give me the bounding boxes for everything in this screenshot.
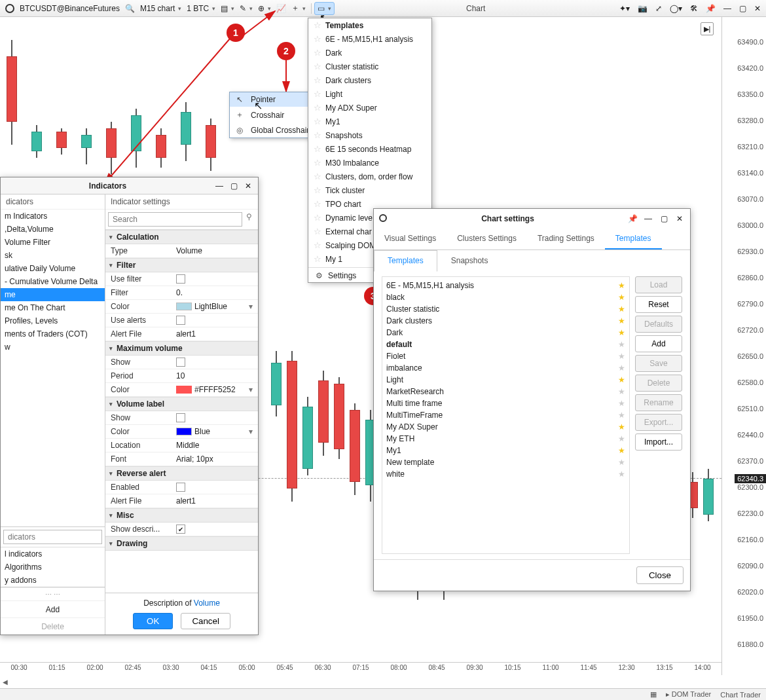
indicator-category-item[interactable]: ments of Traders (COT) [1, 327, 105, 341]
property-row[interactable]: Color LightBlue ▾ [105, 300, 258, 314]
settings-subtab[interactable]: Templates [374, 250, 437, 272]
pin-icon[interactable]: 📌 [625, 214, 640, 223]
template-menu-item[interactable]: ☆Clusters, dom, order flow [308, 170, 431, 183]
template-list-item[interactable]: Multi time frame★ [385, 397, 627, 409]
draw-tool-icon[interactable]: ✎ [237, 3, 255, 14]
cancel-button[interactable]: Cancel [181, 613, 230, 629]
fullscreen-icon[interactable]: ⤢ [653, 3, 665, 14]
template-list-item[interactable]: MultiTimeFrame★ [385, 409, 627, 421]
indicator-category-item[interactable]: Profiles, Levels [1, 314, 105, 327]
indicator-group-item[interactable]: Algorithms [1, 561, 105, 574]
property-section-header[interactable]: Filter [105, 258, 258, 272]
property-row[interactable]: TypeVolume [105, 244, 258, 258]
link-icon[interactable]: ✦▾ [617, 3, 632, 14]
zoom-tool-icon[interactable]: ⊕ [255, 3, 274, 14]
property-row[interactable]: Alert Filealert1 [105, 494, 258, 508]
minimize-icon[interactable]: — [212, 181, 227, 191]
minimize-icon[interactable]: — [721, 3, 734, 14]
property-row[interactable]: Show [105, 411, 258, 425]
maximize-icon[interactable]: ▢ [227, 181, 241, 191]
settings-tab[interactable]: Templates [605, 229, 662, 249]
close-button[interactable]: Close [636, 566, 684, 584]
indicator-category-item[interactable]: - Cumulative Volume Delta [1, 275, 105, 288]
mic-icon[interactable]: ⚲ [242, 212, 255, 227]
property-row[interactable]: Use filter [105, 272, 258, 286]
template-list-item[interactable]: My ETH★ [385, 433, 627, 445]
indicator-category-item[interactable]: sk [1, 249, 105, 262]
template-add-button[interactable]: Add [635, 335, 682, 352]
chart-trader-link[interactable]: Chart Trader [720, 691, 761, 699]
template-list-item[interactable]: My1★ [385, 445, 627, 456]
template-import...-button[interactable]: Import... [635, 433, 682, 451]
settings-subtab[interactable]: Snapshots [437, 250, 502, 271]
property-row[interactable]: Show descri...✔ [105, 523, 258, 536]
layout-icon[interactable]: ▦ [650, 690, 657, 699]
settings-tab[interactable]: Visual Settings [374, 229, 447, 249]
pin-icon[interactable]: 📌 [703, 3, 718, 14]
property-row[interactable]: Alert Filealert1 [105, 327, 258, 341]
template-list-item[interactable]: Dark clusters★ [385, 315, 627, 327]
indicator-doc-link[interactable]: Volume [194, 599, 220, 608]
property-section-header[interactable]: Misc [105, 508, 258, 523]
snapshot-icon[interactable]: 📷 [635, 3, 650, 14]
property-row[interactable]: FontArial; 10px [105, 452, 258, 466]
property-section-header[interactable]: Reverse alert [105, 466, 258, 481]
template-menu-item[interactable]: ☆Dark [308, 46, 431, 60]
property-section-header[interactable]: Drawing [105, 536, 258, 551]
template-menu-item[interactable]: ☆6E 15 seconds Heatmap [308, 142, 431, 156]
template-menu-item[interactable]: ☆My ADX Super [308, 101, 431, 115]
template-list-item[interactable]: default★ [385, 339, 627, 350]
template-list-item[interactable]: Light★ [385, 374, 627, 386]
symbol-picker[interactable]: BTCUSDT@BinanceFutures [17, 3, 122, 14]
indicator-group-item[interactable]: l indicators [1, 547, 105, 561]
maximize-icon[interactable]: ▢ [737, 3, 749, 14]
indicator-category-item[interactable]: w [1, 341, 105, 354]
property-row[interactable]: Color Blue ▾ [105, 425, 258, 439]
dom-trader-link[interactable]: DOM Trader [672, 690, 712, 698]
property-section-header[interactable]: Maximum volume [105, 341, 258, 356]
scroll-left-icon[interactable]: ◀︎ [3, 678, 8, 686]
property-row[interactable]: LocationMiddle [105, 439, 258, 452]
template-list-item[interactable]: imbalance★ [385, 362, 627, 374]
template-list-item[interactable]: Dark★ [385, 327, 627, 339]
template-menu-item[interactable]: ☆Snapshots [308, 128, 431, 142]
property-row[interactable]: Color #FFFF5252 ▾ [105, 383, 258, 397]
property-row[interactable]: Show [105, 356, 258, 369]
template-menu-item[interactable]: ☆Cluster statistic [308, 60, 431, 73]
template-list-item[interactable]: 6E - M5,M15,H1 analysis★ [385, 280, 627, 291]
templates-dropdown-button[interactable]: ▭ [314, 2, 335, 15]
property-row[interactable]: Use alerts [105, 314, 258, 327]
property-row[interactable]: Filter0. [105, 286, 258, 300]
maximize-icon[interactable]: ▢ [656, 214, 672, 223]
property-section-header[interactable]: Volume label [105, 397, 258, 411]
template-menu-item[interactable]: ☆6E - M5,M15,H1 analysis [308, 32, 431, 46]
ok-button[interactable]: OK [133, 613, 173, 629]
timeframe-dropdown[interactable]: M15 chart [137, 3, 184, 14]
price-axis[interactable]: 62340.3 63490.063420.063350.063280.06321… [721, 17, 766, 675]
template-menu-item[interactable]: ☆My1 [308, 115, 431, 128]
chart-type-icon[interactable]: ▤ [218, 3, 237, 14]
template-list-item[interactable]: MarketResearch★ [385, 386, 627, 397]
template-list-item[interactable]: black★ [385, 291, 627, 303]
settings-tab[interactable]: Clusters Settings [447, 229, 527, 249]
indicators-search-lower[interactable] [3, 530, 102, 544]
template-menu-item[interactable]: ☆M30 Imbalance [308, 156, 431, 170]
order-size-dropdown[interactable]: 1 BTC [184, 3, 218, 14]
indicator-add-button[interactable]: Add [1, 600, 105, 617]
minimize-icon[interactable]: — [640, 214, 656, 223]
template-list-item[interactable]: Cluster statistic★ [385, 303, 627, 315]
crosshair-tool-icon[interactable]: ＋ [289, 1, 308, 15]
time-axis[interactable]: 00:3001:1502:0002:4503:3004:1505:0005:45… [0, 662, 721, 675]
indicators-icon[interactable]: 📈 [274, 3, 289, 14]
indicator-category-item[interactable]: me On The Chart [1, 301, 105, 314]
indicator-category-item[interactable]: me [1, 288, 105, 301]
close-icon[interactable]: ✕ [241, 181, 255, 191]
circle-icon[interactable]: ◯▾ [667, 3, 685, 14]
close-icon[interactable]: ✕ [752, 3, 763, 14]
indicator-category-item[interactable]: ulative Daily Volume [1, 262, 105, 275]
template-list-item[interactable]: My ADX Super★ [385, 421, 627, 433]
close-icon[interactable]: ✕ [672, 214, 687, 223]
tools-icon[interactable]: 🛠 [687, 3, 701, 14]
template-reset-button[interactable]: Reset [635, 296, 682, 313]
template-menu-item[interactable]: ☆Tick cluster [308, 183, 431, 197]
